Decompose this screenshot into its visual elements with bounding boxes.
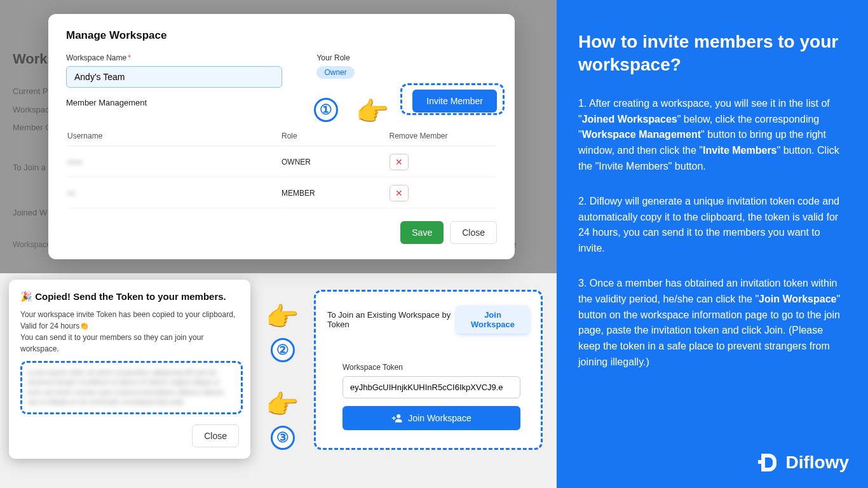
svg-point-0 — [397, 414, 401, 418]
remove-member-button[interactable]: ✕ — [390, 154, 409, 170]
field-label: Workspace Name — [66, 53, 126, 62]
left-area: Works Current Pl Workspac Member C To Jo… — [0, 0, 557, 488]
save-button[interactable]: Save — [400, 221, 444, 244]
workspace-name-field: Workspace Name * — [66, 53, 291, 88]
step-2: 2. Diflowy will generate a unique invita… — [578, 194, 846, 257]
table-row: xx MEMBER ✕ — [67, 179, 496, 208]
pointing-hand-icon: 👉 — [266, 301, 299, 332]
toast-body: Your workspace invite Token has been cop… — [20, 309, 239, 355]
step-number-1: ① — [314, 98, 338, 122]
role-cell: OWNER — [281, 147, 388, 177]
token-label: Workspace Token — [342, 363, 529, 372]
pointing-hand-icon: 👉 — [356, 96, 389, 127]
toast-line: Your workspace invite Token has been cop… — [20, 309, 239, 332]
member-table: Username Role Remove Member xxxx OWNER ✕… — [66, 125, 497, 210]
brand-logo: Diflowy — [756, 451, 849, 474]
toast-line: You can send it to your members so they … — [20, 332, 239, 355]
username-cell: xxxx — [67, 158, 83, 166]
step-number-2: ② — [271, 338, 295, 362]
role-badge: Owner — [316, 66, 354, 79]
token-blurred: Lorem ipsum dolor sit amet consectetur a… — [25, 365, 238, 410]
svg-rect-1 — [758, 460, 762, 464]
remove-member-button[interactable]: ✕ — [390, 185, 409, 201]
pointing-hand-icon: 👉 — [266, 389, 299, 420]
toast-title: 🎉 Copied! Send the Token to your members… — [20, 291, 239, 302]
workspace-name-input[interactable] — [66, 66, 282, 88]
role-cell: MEMBER — [281, 179, 388, 208]
field-label: Your Role — [316, 53, 349, 62]
join-workspace-button[interactable]: Join Workspace — [456, 306, 529, 334]
copied-toast: 🎉 Copied! Send the Token to your members… — [9, 280, 250, 459]
workspace-token-input[interactable] — [342, 376, 520, 398]
modal-footer: Save Close — [66, 221, 497, 244]
logo-mark-icon — [756, 451, 779, 474]
step-1: 1. After creating a workspace, you will … — [578, 96, 846, 175]
instructions-panel: How to invite members to your workspace?… — [557, 0, 868, 488]
step-number-3: ③ — [271, 426, 295, 450]
toast-close-button[interactable]: Close — [192, 424, 239, 447]
logo-text: Diflowy — [785, 452, 849, 473]
table-row: xxxx OWNER ✕ — [67, 147, 496, 177]
th-username: Username — [67, 126, 280, 146]
close-button[interactable]: Close — [450, 221, 497, 244]
join-workspace-panel: To Join an Existing Workspace by Token J… — [314, 290, 543, 450]
invite-member-button[interactable]: Invite Member — [412, 90, 497, 112]
th-remove: Remove Member — [390, 126, 496, 146]
join-btn-label: Join Workspace — [408, 413, 471, 423]
person-add-icon — [391, 414, 403, 423]
step-3: 3. Once a member has obtained an invitat… — [578, 276, 846, 370]
modal-title: Manage Workspace — [66, 29, 497, 42]
join-workspace-submit-button[interactable]: Join Workspace — [342, 406, 520, 430]
join-title: To Join an Existing Workspace by Token — [327, 310, 456, 329]
instructions-title: How to invite members to your workspace? — [578, 30, 846, 77]
th-role: Role — [281, 126, 388, 146]
token-box: Lorem ipsum dolor sit amet consectetur a… — [20, 361, 243, 414]
manage-workspace-modal: Manage Workspace Workspace Name * Your R… — [48, 14, 515, 259]
username-cell: xx — [67, 189, 75, 198]
role-field: Your Role Owner — [316, 53, 497, 88]
required-marker: * — [128, 53, 131, 62]
